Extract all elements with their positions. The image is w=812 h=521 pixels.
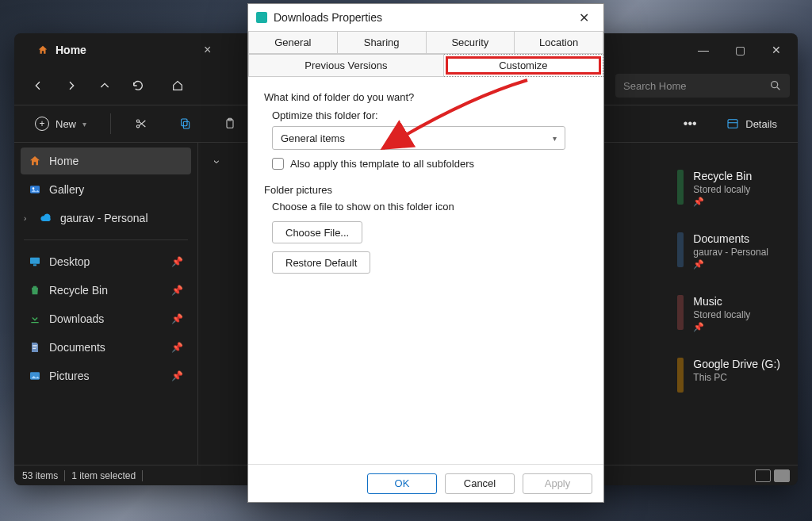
view-list-button[interactable]: [755, 469, 771, 482]
nav-refresh-button[interactable]: [122, 71, 154, 100]
pin-icon: 📌: [171, 342, 183, 353]
tab-general[interactable]: General: [248, 31, 338, 54]
item-title: Recycle Bin: [693, 170, 752, 182]
sidebar-item-label: Home: [49, 155, 79, 167]
item-subtitle: Stored locally: [693, 309, 750, 320]
address-home-button[interactable]: [162, 71, 193, 100]
section-chevron-icon[interactable]: ›: [211, 160, 224, 164]
view-grid-button[interactable]: [774, 469, 790, 482]
pictures-icon: [29, 370, 41, 382]
item-title: Google Drive (G:): [693, 358, 780, 370]
folder-thumb-icon: [677, 295, 684, 330]
window-minimize-button[interactable]: —: [685, 33, 722, 67]
sidebar-item-label: Gallery: [49, 183, 84, 196]
sidebar-item-label: gaurav - Personal: [60, 212, 148, 224]
nav-up-button[interactable]: [89, 71, 121, 100]
cloud-icon: [40, 212, 52, 224]
apply-subfolders-label: Also apply this template to all subfolde…: [290, 158, 474, 170]
status-separator: [64, 470, 65, 481]
dialog-tabs-row1: General Sharing Security Location: [248, 31, 603, 54]
paste-button[interactable]: [216, 110, 244, 137]
copy-icon: [179, 117, 192, 130]
arrow-left-icon: [32, 79, 44, 92]
cut-button[interactable]: [127, 110, 155, 137]
sidebar-item-label: Downloads: [49, 312, 104, 325]
sidebar-item-documents[interactable]: Documents 📌: [21, 334, 191, 361]
scissors-icon: [135, 117, 147, 130]
sidebar-item-label: Pictures: [49, 370, 90, 382]
dialog-titlebar[interactable]: Downloads Properties ✕: [248, 4, 603, 31]
tab-security[interactable]: Security: [427, 31, 515, 54]
restore-default-button[interactable]: Restore Default: [272, 251, 370, 274]
svg-point-0: [772, 82, 778, 88]
window-close-button[interactable]: ✕: [758, 33, 795, 67]
details-view-button[interactable]: Details: [718, 110, 785, 137]
details-label: Details: [745, 118, 777, 130]
sidebar-item-pictures[interactable]: Pictures 📌: [21, 362, 191, 389]
dialog-footer: OK Cancel Apply: [248, 464, 603, 502]
plus-icon: +: [35, 117, 49, 131]
pin-icon: 📌: [171, 370, 183, 381]
new-button[interactable]: + New ▾: [27, 110, 94, 137]
sidebar-item-downloads[interactable]: Downloads 📌: [21, 305, 191, 332]
quick-access-item[interactable]: Google Drive (G:) This PC: [677, 358, 780, 393]
apply-button[interactable]: Apply: [523, 473, 592, 494]
sidebar-item-label: Recycle Bin: [49, 284, 108, 297]
quick-access-item[interactable]: Music Stored locally 📌: [677, 295, 780, 332]
item-subtitle: This PC: [693, 372, 780, 383]
nav-forward-button[interactable]: [56, 71, 87, 100]
sidebar-item-onedrive[interactable]: › gaurav - Personal: [21, 205, 191, 232]
new-label: New: [56, 118, 76, 130]
optimize-label: Optimize this folder for:: [272, 109, 591, 121]
tab-location[interactable]: Location: [515, 31, 603, 54]
search-placeholder: Search Home: [623, 80, 686, 92]
cancel-button[interactable]: Cancel: [445, 473, 515, 494]
sidebar-item-label: Desktop: [49, 255, 90, 268]
sidebar-item-gallery[interactable]: Gallery: [21, 176, 191, 203]
arrow-right-icon: [65, 79, 78, 92]
quick-access-item[interactable]: Documents gaurav - Personal 📌: [677, 232, 780, 270]
apply-subfolders-checkbox[interactable]: [272, 158, 284, 170]
dialog-body: What kind of folder do you want? Optimiz…: [248, 77, 603, 464]
explorer-tab-label: Home: [56, 44, 86, 56]
clipboard-icon: [224, 117, 236, 130]
details-icon: [726, 117, 739, 130]
refresh-icon: [132, 79, 144, 92]
svg-point-9: [33, 187, 35, 190]
home-icon: [29, 155, 41, 167]
tab-customize[interactable]: Customize: [444, 54, 603, 77]
ok-button[interactable]: OK: [367, 473, 437, 494]
optimize-dropdown[interactable]: General items ▾: [272, 126, 565, 150]
explorer-sidebar: Home Gallery › gaurav - Personal Desktop…: [14, 143, 198, 465]
status-item-count: 53 items: [22, 470, 58, 481]
nav-back-button[interactable]: [22, 71, 54, 100]
folder-pictures-sublabel: Choose a file to show on this folder ico…: [272, 201, 591, 213]
dialog-title: Downloads Properties: [274, 11, 382, 24]
tab-close-icon[interactable]: ×: [204, 43, 211, 57]
dialog-close-button[interactable]: ✕: [573, 7, 596, 29]
copy-button[interactable]: [171, 110, 200, 137]
download-icon: [29, 312, 41, 325]
pin-icon: 📌: [693, 259, 768, 270]
tab-previous-versions[interactable]: Previous Versions: [248, 54, 444, 77]
item-title: Documents: [693, 232, 768, 245]
gallery-icon: [29, 183, 41, 196]
folder-thumb-icon: [677, 170, 684, 205]
chevron-down-icon: ▾: [82, 120, 86, 128]
choose-file-button[interactable]: Choose File...: [272, 221, 362, 243]
home-icon: [36, 44, 49, 56]
sidebar-item-home[interactable]: Home: [21, 147, 191, 174]
explorer-tab-home[interactable]: Home ×: [25, 38, 222, 62]
status-selection: 1 item selected: [71, 470, 136, 481]
more-button[interactable]: •••: [676, 110, 704, 137]
sidebar-item-desktop[interactable]: Desktop 📌: [21, 248, 191, 275]
ribbon-separator: [110, 113, 111, 134]
search-input[interactable]: Search Home: [615, 74, 790, 98]
chevron-right-icon: ›: [24, 214, 32, 223]
quick-access-item[interactable]: Recycle Bin Stored locally 📌: [677, 170, 780, 207]
sidebar-item-recycle[interactable]: Recycle Bin 📌: [21, 277, 191, 304]
tab-sharing[interactable]: Sharing: [338, 31, 427, 54]
pin-icon: 📌: [693, 197, 752, 207]
window-maximize-button[interactable]: ▢: [722, 33, 758, 67]
recycle-icon: [29, 284, 41, 297]
